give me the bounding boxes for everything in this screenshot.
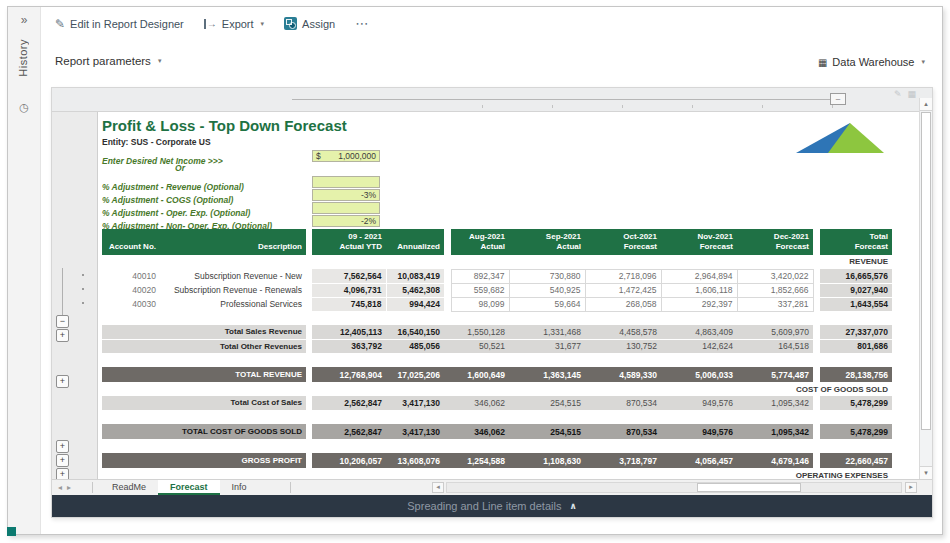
tab-info[interactable]: Info: [220, 480, 259, 495]
input-cell[interactable]: [312, 202, 380, 214]
value-cell[interactable]: 254,515: [509, 396, 585, 410]
total-cell[interactable]: 801,686: [820, 339, 892, 353]
total-cell[interactable]: 22,660,457: [820, 453, 892, 468]
value-cell[interactable]: 1,606,118: [661, 283, 737, 297]
total-cell[interactable]: 1,643,554: [820, 297, 892, 311]
input-cell[interactable]: $1,000,000: [312, 150, 380, 162]
history-tab[interactable]: History: [17, 39, 29, 77]
horizontal-scroll-thumb[interactable]: [697, 483, 801, 492]
value-cell[interactable]: 50,521: [451, 339, 509, 353]
total-cell[interactable]: 9,027,940: [820, 283, 892, 297]
row-label-cell[interactable]: TOTAL REVENUE: [102, 367, 306, 382]
value-cell[interactable]: 1,108,630: [509, 453, 585, 468]
value-cell[interactable]: 17,025,206: [386, 367, 444, 382]
value-cell[interactable]: 5,774,487: [737, 367, 813, 382]
value-cell[interactable]: 1,254,588: [451, 453, 509, 468]
value-cell[interactable]: 142,624: [661, 339, 737, 353]
scroll-up-arrow[interactable]: ▴: [920, 98, 932, 111]
value-cell[interactable]: 3,417,130: [386, 396, 444, 410]
value-cell[interactable]: 540,925: [509, 283, 585, 297]
vertical-scroll-thumb[interactable]: [921, 112, 931, 430]
total-cell[interactable]: 27,337,070: [820, 325, 892, 339]
row-label-cell[interactable]: TOTAL COST OF GOODS SOLD: [102, 424, 306, 439]
input-cell[interactable]: -2%: [312, 215, 380, 227]
value-cell[interactable]: 949,576: [661, 396, 737, 410]
account-cell[interactable]: 40030: [102, 297, 160, 311]
spreading-details-bar[interactable]: Spreading and Line item details ∧: [52, 495, 932, 517]
input-cell[interactable]: -3%: [312, 189, 380, 201]
total-cell[interactable]: 16,665,576: [820, 269, 892, 283]
description-cell[interactable]: Subscription Revenue - Renewals: [160, 283, 306, 297]
value-cell[interactable]: 5,462,308: [386, 283, 444, 297]
report-parameters-toggle[interactable]: Report parameters ▾: [55, 55, 161, 67]
plus-outline-button[interactable]: +: [56, 454, 69, 467]
value-cell[interactable]: 3,718,797: [585, 453, 661, 468]
value-cell[interactable]: 346,062: [451, 396, 509, 410]
value-cell[interactable]: 31,677: [509, 339, 585, 353]
plus-outline-button[interactable]: +: [56, 468, 69, 479]
minus-outline-button[interactable]: −: [56, 315, 69, 328]
more-options-button[interactable]: ⋯: [355, 16, 369, 31]
hscroll-right-arrow[interactable]: ▸: [905, 482, 917, 493]
tab-readme[interactable]: ReadMe: [100, 480, 158, 495]
sidebar-expand-button[interactable]: »: [8, 13, 40, 27]
value-cell[interactable]: 1,095,342: [737, 424, 813, 439]
vertical-scrollbar[interactable]: ▴ ▾: [919, 98, 932, 479]
value-cell[interactable]: 1,852,666: [737, 283, 813, 297]
value-cell[interactable]: 4,589,330: [585, 367, 661, 382]
value-cell[interactable]: 949,576: [661, 424, 737, 439]
section-header-cell[interactable]: REVENUE: [102, 255, 892, 269]
hscroll-left-arrow[interactable]: ◂: [432, 482, 444, 493]
value-cell[interactable]: 12,768,904: [312, 367, 386, 382]
value-cell[interactable]: 4,863,409: [661, 325, 737, 339]
value-cell[interactable]: 4,458,578: [585, 325, 661, 339]
value-cell[interactable]: 2,964,894: [661, 269, 737, 283]
row-label-cell[interactable]: Total Other Revenues: [102, 339, 306, 353]
input-cell[interactable]: [312, 176, 380, 188]
value-cell[interactable]: 2,718,096: [585, 269, 661, 283]
value-cell[interactable]: 346,062: [451, 424, 509, 439]
total-cell[interactable]: 28,138,756: [820, 367, 892, 382]
tab-forecast[interactable]: Forecast: [158, 480, 220, 495]
value-cell[interactable]: 292,397: [661, 297, 737, 311]
value-cell[interactable]: 892,347: [451, 269, 509, 283]
grid-view-icon[interactable]: ▦: [907, 89, 916, 99]
total-cell[interactable]: 5,478,299: [820, 424, 892, 439]
horizontal-scrollbar[interactable]: [446, 482, 902, 493]
value-cell[interactable]: 12,405,113: [312, 325, 386, 339]
edit-in-report-designer-button[interactable]: ✎ Edit in Report Designer: [55, 17, 184, 31]
value-cell[interactable]: 16,540,150: [386, 325, 444, 339]
account-cell[interactable]: 40020: [102, 283, 160, 297]
value-cell[interactable]: 254,515: [509, 424, 585, 439]
plus-outline-button[interactable]: +: [56, 329, 69, 342]
value-cell[interactable]: 363,792: [312, 339, 386, 353]
value-cell[interactable]: 5,609,970: [737, 325, 813, 339]
value-cell[interactable]: 3,420,022: [737, 269, 813, 283]
value-cell[interactable]: 268,058: [585, 297, 661, 311]
value-cell[interactable]: 559,682: [451, 283, 509, 297]
value-cell[interactable]: 1,472,425: [585, 283, 661, 297]
value-cell[interactable]: 4,096,731: [312, 283, 386, 297]
value-cell[interactable]: 1,095,342: [737, 396, 813, 410]
plus-outline-button[interactable]: +: [56, 440, 69, 453]
data-source-selector[interactable]: ▦ Data Warehouse ▾: [818, 56, 925, 68]
value-cell[interactable]: 994,424: [386, 297, 444, 311]
value-cell[interactable]: 1,550,128: [451, 325, 509, 339]
value-cell[interactable]: 730,880: [509, 269, 585, 283]
value-cell[interactable]: 4,056,457: [661, 453, 737, 468]
value-cell[interactable]: 7,562,564: [312, 269, 386, 283]
value-cell[interactable]: 870,534: [585, 396, 661, 410]
value-cell[interactable]: 130,752: [585, 339, 661, 353]
value-cell[interactable]: 10,083,419: [386, 269, 444, 283]
value-cell[interactable]: 1,600,649: [451, 367, 509, 382]
row-label-cell[interactable]: GROSS PROFIT: [102, 453, 306, 468]
value-cell[interactable]: 3,417,130: [386, 424, 444, 439]
edit-grid-icon[interactable]: ✎: [894, 89, 902, 99]
value-cell[interactable]: 164,518: [737, 339, 813, 353]
value-cell[interactable]: 59,664: [509, 297, 585, 311]
export-button[interactable]: → Export ▾: [204, 18, 264, 30]
value-cell[interactable]: 485,056: [386, 339, 444, 353]
description-cell[interactable]: Subscription Revenue - New: [160, 269, 306, 283]
value-cell[interactable]: 337,281: [737, 297, 813, 311]
plus-outline-button[interactable]: +: [56, 375, 69, 388]
